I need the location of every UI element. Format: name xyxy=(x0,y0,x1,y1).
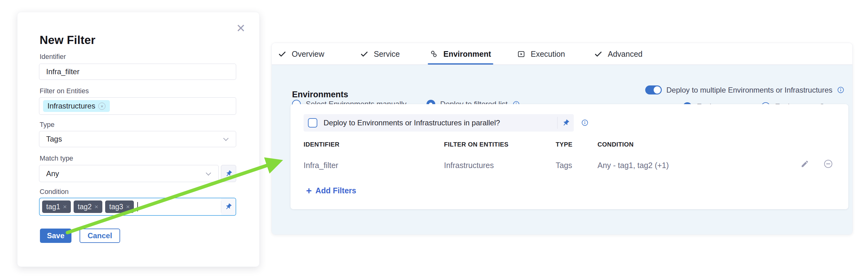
environments-heading: Environments xyxy=(292,90,348,100)
tag-label: tag1 xyxy=(46,203,60,211)
multi-env-toggle-row: Deploy to multiple Environments or Infra… xyxy=(645,85,844,95)
parallel-checkbox-bar: Deploy to Environments or Infrastructure… xyxy=(304,114,574,132)
tab-advanced[interactable]: Advanced xyxy=(594,43,643,65)
filters-card: Deploy to Environments or Infrastructure… xyxy=(290,104,848,209)
chevron-down-icon xyxy=(206,170,211,176)
execution-play-icon xyxy=(517,50,525,58)
text-cursor xyxy=(137,202,138,211)
tab-label: Overview xyxy=(292,49,324,59)
tab-environment[interactable]: Environment xyxy=(430,43,491,65)
pin-icon xyxy=(562,119,570,127)
match-type-row: Any xyxy=(39,165,236,182)
column-header: CONDITION xyxy=(597,141,634,148)
tab-label: Advanced xyxy=(608,49,643,59)
remove-minus-icon[interactable] xyxy=(824,159,833,169)
condition-tags-input[interactable]: tag1 × tag2 × tag3 × xyxy=(39,198,236,216)
column-header: IDENTIFIER xyxy=(304,141,339,148)
multi-env-toggle[interactable] xyxy=(645,85,662,95)
new-filter-modal: ✕ New Filter Identifier Infra_filter Fil… xyxy=(17,12,259,267)
condition-pin-button[interactable] xyxy=(221,198,236,215)
match-type-value: Any xyxy=(46,169,59,178)
tab-execution[interactable]: Execution xyxy=(517,43,565,65)
plus-icon: + xyxy=(306,186,312,196)
tag-chip: tag2 × xyxy=(74,201,102,213)
add-filters-button[interactable]: + Add Filters xyxy=(306,186,356,196)
environment-config-panel: Overview Service Environment Execution xyxy=(272,43,853,235)
tag-remove-icon[interactable]: × xyxy=(126,203,130,210)
cell-type: Tags xyxy=(556,161,572,170)
entity-chip-label: Infrastructures xyxy=(48,102,95,110)
match-type-label: Match type xyxy=(40,154,73,163)
identifier-label: Identifier xyxy=(40,53,66,61)
identifier-input[interactable]: Infra_filter xyxy=(39,64,236,80)
pin-icon xyxy=(225,170,232,177)
stage-tabbar: Overview Service Environment Execution xyxy=(272,43,852,65)
tab-label: Execution xyxy=(531,49,565,59)
tab-label: Service xyxy=(374,49,400,59)
cell-condition: Any - tag1, tag2 (+1) xyxy=(597,161,669,170)
type-select[interactable]: Tags xyxy=(39,131,236,147)
match-type-select[interactable]: Any xyxy=(39,165,219,182)
page: ✕ New Filter Identifier Infra_filter Fil… xyxy=(0,0,868,280)
toggle-knob xyxy=(654,86,661,94)
cell-filter-on-entities: Infrastructures xyxy=(444,161,494,170)
column-header: TYPE xyxy=(556,141,572,148)
condition-pin-area xyxy=(221,198,236,215)
check-icon xyxy=(594,50,602,58)
tag-label: tag2 xyxy=(78,203,92,211)
condition-label: Condition xyxy=(40,188,69,196)
cell-identifier: Infra_filter xyxy=(304,161,338,170)
modal-title: New Filter xyxy=(40,34,95,47)
filter-on-entities-input[interactable]: Infrastructures × xyxy=(39,97,236,115)
parallel-pin-button[interactable] xyxy=(558,114,574,132)
entity-chip: Infrastructures × xyxy=(43,100,110,112)
tag-remove-icon[interactable]: × xyxy=(95,203,98,210)
column-header: FILTER ON ENTITIES xyxy=(444,141,508,148)
check-icon xyxy=(360,50,369,58)
filter-on-entities-label: Filter on Entities xyxy=(40,87,89,95)
check-icon xyxy=(278,50,286,58)
pin-icon xyxy=(225,203,232,210)
active-tab-underline xyxy=(428,63,493,65)
chip-remove-icon[interactable]: × xyxy=(98,103,105,110)
tag-label: tag3 xyxy=(109,203,123,211)
match-type-pin-button[interactable] xyxy=(221,165,236,182)
add-filters-label: Add Filters xyxy=(315,186,356,195)
tab-overview[interactable]: Overview xyxy=(278,43,324,65)
type-label: Type xyxy=(40,121,55,129)
close-icon[interactable]: ✕ xyxy=(236,23,246,34)
tag-remove-icon[interactable]: × xyxy=(63,203,67,210)
info-icon[interactable] xyxy=(837,86,844,94)
tag-chip: tag1 × xyxy=(42,201,71,213)
parallel-checkbox[interactable] xyxy=(308,118,317,128)
tab-label: Environment xyxy=(443,49,491,59)
save-button[interactable]: Save xyxy=(40,229,71,243)
toggle-label: Deploy to multiple Environments or Infra… xyxy=(666,86,832,95)
cancel-button[interactable]: Cancel xyxy=(80,229,120,243)
type-value: Tags xyxy=(46,135,62,143)
edit-pencil-icon[interactable] xyxy=(801,160,809,168)
identifier-value: Infra_filter xyxy=(46,67,80,76)
tag-chip: tag3 × xyxy=(105,201,134,213)
environment-tab-content: Environments Select Environments manuall… xyxy=(272,65,852,235)
modal-buttons: Save Cancel xyxy=(40,229,120,243)
parallel-checkbox-label: Deploy to Environments or Infrastructure… xyxy=(323,118,500,127)
environment-hexagons-icon xyxy=(430,50,438,58)
info-icon[interactable] xyxy=(581,119,588,126)
chevron-down-icon xyxy=(223,136,229,141)
tab-service[interactable]: Service xyxy=(360,43,400,65)
row-actions xyxy=(801,159,833,169)
